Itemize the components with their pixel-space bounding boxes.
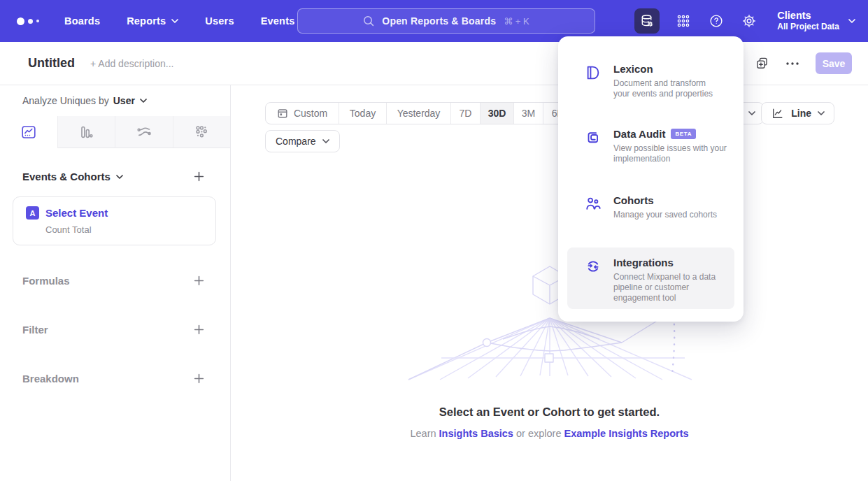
line-chart-icon <box>771 106 785 120</box>
flow-chart-icon <box>136 124 152 141</box>
range-yesterday[interactable]: Yesterday <box>386 103 450 124</box>
range-label: Yesterday <box>397 108 441 119</box>
learn-text: Learn <box>410 428 436 439</box>
add-filter-button[interactable] <box>193 324 205 336</box>
range-30d[interactable]: 30D <box>480 103 513 124</box>
menu-item-description: Document and transform your events and p… <box>613 78 722 99</box>
search-placeholder: Open Reports & Boards <box>382 15 496 27</box>
select-event-button[interactable]: Select Event <box>45 207 108 219</box>
project-selector[interactable]: Clients All Project Data <box>777 10 855 32</box>
plus-icon <box>193 373 205 385</box>
chart-type-tabs <box>0 116 230 148</box>
range-custom[interactable]: Custom <box>266 103 339 124</box>
nav-label: Events <box>261 15 295 27</box>
search-bar[interactable]: Open Reports & Boards ⌘ + K <box>297 8 595 34</box>
save-button[interactable]: Save <box>816 52 852 74</box>
analyze-label: Analyze Uniques by <box>22 95 109 106</box>
beta-badge: BETA <box>671 129 696 139</box>
cohorts-people-icon <box>584 195 602 213</box>
formulas-section: Formulas <box>0 265 230 296</box>
nav-item-events[interactable]: Events <box>261 15 295 27</box>
chevron-down-icon <box>848 19 855 23</box>
plus-icon <box>193 171 205 182</box>
add-event-button[interactable] <box>193 171 205 182</box>
settings-button[interactable] <box>740 12 758 30</box>
tab-flow-chart[interactable] <box>115 116 173 148</box>
database-gear-icon <box>639 13 655 29</box>
filter-section: Filter <box>0 314 230 345</box>
chevron-down-icon <box>140 99 147 103</box>
help-icon <box>709 13 724 29</box>
menu-item-cohorts[interactable]: Cohorts Manage your saved cohorts <box>558 194 744 220</box>
analyze-by-dropdown[interactable]: User <box>113 95 147 106</box>
compare-label: Compare <box>276 136 316 147</box>
plus-icon <box>193 324 205 336</box>
date-range-control: Custom Today Yesterday 7D 30D 3M 6M <box>265 102 574 124</box>
empty-state-links: Learn Insights Basics or explore Example… <box>231 428 868 439</box>
project-scope: All Project Data <box>777 22 839 32</box>
chart-main-area: Custom Today Yesterday 7D 30D 3M 6M Comp… <box>231 85 868 481</box>
formulas-label: Formulas <box>22 275 70 287</box>
tab-bar-chart[interactable] <box>57 116 115 148</box>
range-7d[interactable]: 7D <box>450 103 480 124</box>
range-3m[interactable]: 3M <box>513 103 543 124</box>
plus-icon <box>193 275 205 287</box>
range-label: 3M <box>522 108 535 119</box>
apps-grid-button[interactable] <box>674 12 692 30</box>
apps-grid-icon <box>676 13 691 29</box>
tab-line-chart[interactable] <box>0 116 57 148</box>
menu-item-lexicon[interactable]: Lexicon Document and transform your even… <box>558 63 744 99</box>
menu-item-data-audit[interactable]: Data Audit BETA View possible issues wit… <box>558 128 744 164</box>
more-options-button[interactable] <box>786 62 799 65</box>
nav-item-boards[interactable]: Boards <box>64 15 100 27</box>
insights-basics-link[interactable]: Insights Basics <box>439 428 513 439</box>
data-audit-icon <box>584 129 602 147</box>
more-ellipsis-icon <box>786 62 799 65</box>
menu-item-integrations[interactable]: Integrations Connect Mixpanel to a data … <box>567 247 734 309</box>
filter-label: Filter <box>22 324 48 336</box>
count-total-dropdown[interactable]: Count Total <box>45 224 207 235</box>
nav-label: Reports <box>127 15 166 27</box>
help-button[interactable] <box>707 12 725 30</box>
analyze-value: User <box>113 95 135 106</box>
bar-chart-icon <box>78 124 94 141</box>
menu-item-description: View possible issues with your implement… <box>613 143 746 164</box>
duplicate-report-button[interactable] <box>755 56 769 71</box>
tab-metric-grid[interactable] <box>173 116 231 148</box>
range-label: Today <box>350 108 376 119</box>
compare-dropdown[interactable]: Compare <box>265 130 340 152</box>
nav-item-users[interactable]: Users <box>205 15 234 27</box>
analyze-row: Analyze Uniques by User <box>0 85 230 116</box>
metric-grid-icon <box>193 124 210 141</box>
calendar-icon <box>277 108 288 119</box>
duplicate-icon <box>755 56 769 71</box>
query-builder-sidebar: Analyze Uniques by User <box>0 85 231 481</box>
example-reports-link[interactable]: Example Insights Reports <box>564 428 688 439</box>
chart-style-dropdown[interactable]: Line <box>761 102 834 124</box>
report-title[interactable]: Untitled <box>28 56 75 71</box>
nav-label: Users <box>205 15 234 27</box>
events-cohorts-dropdown[interactable]: Events & Cohorts <box>22 171 123 182</box>
mixpanel-logo-icon[interactable] <box>17 17 39 25</box>
or-explore-text: or explore <box>516 428 561 439</box>
data-management-button[interactable] <box>634 8 660 34</box>
lexicon-book-icon <box>584 64 602 82</box>
chevron-down-icon <box>322 139 329 143</box>
mixpanel-app: Boards Reports Users Events Open Reports… <box>0 0 868 481</box>
integrations-sync-icon <box>584 257 602 275</box>
breakdown-section: Breakdown <box>0 363 230 394</box>
top-navbar: Boards Reports Users Events Open Reports… <box>0 0 868 42</box>
chevron-down-icon <box>171 19 178 23</box>
events-cohorts-header: Events & Cohorts <box>0 171 230 182</box>
add-formula-button[interactable] <box>193 275 205 287</box>
add-description-field[interactable]: + Add description... <box>90 58 173 69</box>
range-today[interactable]: Today <box>339 103 386 124</box>
nav-item-reports[interactable]: Reports <box>127 15 178 27</box>
event-row-card[interactable]: A Select Event Count Total <box>13 196 216 245</box>
add-breakdown-button[interactable] <box>193 373 205 385</box>
chevron-down-icon <box>748 111 755 115</box>
primary-nav: Boards Reports Users Events <box>64 15 294 27</box>
data-management-menu: Lexicon Document and transform your even… <box>558 36 744 322</box>
chart-style-label: Line <box>791 108 811 119</box>
breakdown-label: Breakdown <box>22 373 79 385</box>
